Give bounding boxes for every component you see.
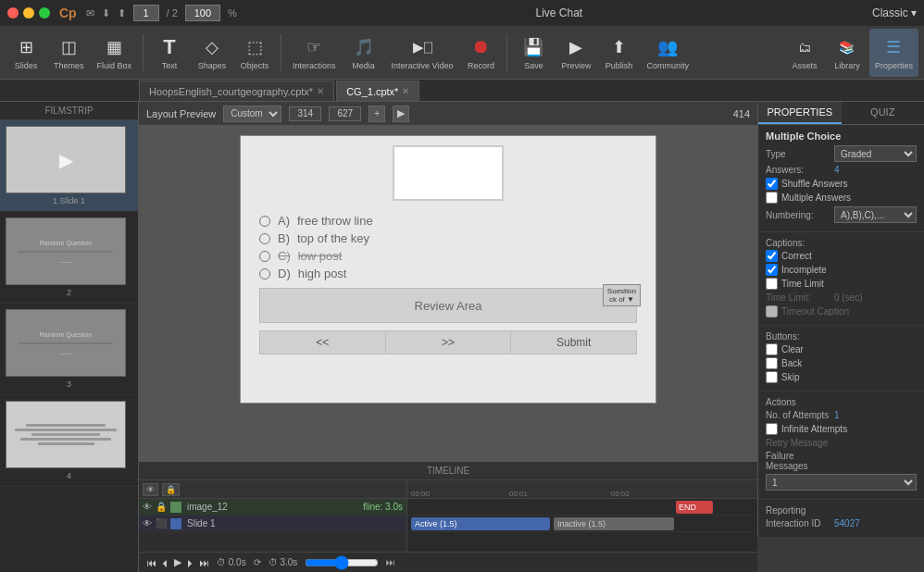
divider-2: [281, 34, 281, 71]
fluid-box-tool[interactable]: ▦ Fluid Box: [92, 29, 138, 77]
zoom-input[interactable]: [185, 5, 220, 21]
tl-step-back-btn[interactable]: ⏴: [160, 557, 170, 568]
media-tool[interactable]: 🎵 Media: [343, 29, 384, 77]
no-attempts-value[interactable]: 1: [834, 410, 840, 420]
submit-button[interactable]: Submit: [511, 331, 636, 354]
tl-img-eye[interactable]: 👁: [143, 502, 152, 512]
radio-a[interactable]: [259, 216, 270, 227]
back-btn-row[interactable]: Back: [766, 357, 917, 369]
mail-icon[interactable]: ✉: [86, 7, 94, 19]
multiple-answers-row[interactable]: Multiple Answers: [766, 192, 917, 204]
infinite-attempts-row[interactable]: Infinite Attempts: [766, 423, 917, 435]
answer-opt-b[interactable]: B) top of the key: [259, 231, 637, 245]
tl-next-btn[interactable]: ⏭: [199, 557, 209, 568]
back-checkbox[interactable]: [766, 357, 778, 369]
multiple-answers-checkbox[interactable]: [766, 192, 778, 204]
objects-tool[interactable]: ⬚ Objects: [234, 29, 275, 77]
back-nav-button[interactable]: <<: [260, 331, 386, 354]
assets-tool[interactable]: 🗂 Assets: [784, 29, 825, 77]
themes-icon: ◫: [56, 35, 81, 59]
interaction-id-value[interactable]: 54027: [834, 518, 860, 528]
mode-selector[interactable]: Classic ▾: [872, 6, 917, 19]
tl-scrubber[interactable]: [305, 557, 379, 568]
correct-row[interactable]: Correct: [766, 250, 917, 262]
timeout-caption-row[interactable]: Timeout Caption: [766, 305, 917, 317]
shapes-tool[interactable]: ◇ Shapes: [192, 29, 232, 77]
preview-tool[interactable]: ▶ Preview: [556, 29, 596, 77]
forward-nav-button[interactable]: >>: [386, 331, 512, 354]
tab-hoops-close[interactable]: ✕: [317, 86, 324, 96]
down-icon[interactable]: ⬇: [102, 7, 110, 19]
tl-slide-eye[interactable]: 👁: [143, 518, 152, 528]
skip-btn-row[interactable]: Skip: [766, 371, 917, 383]
tl-step-fwd-btn[interactable]: ⏵: [185, 557, 195, 568]
tl-prev-btn[interactable]: ⏮: [146, 557, 156, 568]
slide-thumb-4[interactable]: 4: [0, 395, 138, 487]
radio-d[interactable]: [259, 268, 270, 280]
width-input[interactable]: [289, 106, 321, 121]
answers-count[interactable]: 4: [834, 165, 840, 175]
play-icon[interactable]: ▶: [393, 106, 409, 122]
up-icon[interactable]: ⬆: [118, 7, 126, 19]
page-number-input[interactable]: [133, 5, 159, 21]
answer-opt-d[interactable]: D) high post: [259, 267, 637, 280]
inactive-bar[interactable]: Inactive (1.5): [554, 517, 674, 530]
text-tool[interactable]: T Text: [149, 29, 190, 77]
shuffle-answers-row[interactable]: Shuffle Answers: [766, 178, 917, 190]
incomplete-checkbox[interactable]: [766, 264, 778, 276]
slide-thumb-3[interactable]: Random Question ____ 3: [0, 304, 138, 395]
close-button[interactable]: [7, 7, 19, 19]
timeout-caption-checkbox[interactable]: [766, 305, 778, 317]
clear-checkbox[interactable]: [766, 343, 778, 355]
save-tool[interactable]: 💾 Save: [513, 29, 554, 77]
tab-quiz[interactable]: QUIZ: [842, 102, 925, 124]
themes-tool[interactable]: ◫ Themes: [48, 29, 90, 77]
active-bar[interactable]: Active (1.5): [411, 517, 550, 530]
tl-eye-icon[interactable]: 👁: [143, 483, 158, 496]
failure-messages-select[interactable]: 1: [766, 474, 917, 491]
slides-icon: ⊞: [14, 35, 38, 59]
slide-thumb-2[interactable]: Random Question ____ 2: [0, 212, 138, 304]
correct-label: Correct: [781, 251, 812, 261]
radio-c[interactable]: [259, 251, 270, 262]
library-tool[interactable]: 📚 Library: [827, 29, 868, 77]
tl-img-lock[interactable]: 🔒: [156, 502, 167, 512]
layout-select[interactable]: Custom: [223, 106, 281, 122]
numbering-select[interactable]: A),B),C),...: [834, 206, 917, 223]
canvas-scroll[interactable]: A) free throw line B) top of the key C) …: [139, 126, 757, 461]
time-limit-row[interactable]: Time Limit: [766, 278, 917, 290]
properties-tool[interactable]: ☰ Properties: [869, 29, 918, 77]
maximize-button[interactable]: [39, 7, 50, 19]
answer-opt-a[interactable]: A) free throw line: [259, 214, 637, 228]
tl-play-btn[interactable]: ▶: [174, 556, 181, 568]
infinite-attempts-checkbox[interactable]: [766, 423, 778, 435]
publish-tool[interactable]: ⬆ Publish: [598, 29, 639, 77]
type-select[interactable]: Graded: [834, 145, 917, 162]
add-icon[interactable]: +: [368, 106, 385, 122]
tab-hoops[interactable]: HoopsEnglish_courtgeography.cptx* ✕: [139, 81, 334, 101]
answer-opt-c[interactable]: C) low post: [259, 249, 637, 263]
incomplete-row[interactable]: Incomplete: [766, 264, 917, 276]
correct-checkbox[interactable]: [766, 250, 778, 262]
record-tool[interactable]: ⏺ Record: [460, 29, 501, 77]
community-tool[interactable]: 👥 Community: [641, 29, 694, 77]
minimize-button[interactable]: [23, 7, 34, 19]
skip-checkbox[interactable]: [766, 371, 778, 383]
slide-thumb-1[interactable]: 1 Slide 1: [0, 120, 138, 212]
tl-slide-lock[interactable]: ⬛: [156, 518, 167, 528]
interactive-video-tool[interactable]: ▶⎕ Interactive Video: [386, 29, 459, 77]
height-input[interactable]: [329, 106, 361, 121]
tl-end-icon[interactable]: ⏭: [386, 557, 395, 567]
tab-cg-close[interactable]: ✕: [402, 86, 409, 96]
shuffle-answers-checkbox[interactable]: [766, 178, 778, 190]
time-limit-checkbox[interactable]: [766, 278, 778, 290]
tab-properties[interactable]: PROPERTIES: [758, 102, 842, 124]
slides-tool[interactable]: ⊞ Slides: [6, 29, 46, 77]
radio-b[interactable]: [259, 233, 270, 244]
layout-preview-label: Layout Preview: [146, 108, 216, 119]
clear-btn-row[interactable]: Clear: [766, 343, 917, 355]
interactions-tool[interactable]: ☞ Interactions: [287, 29, 342, 77]
tab-cg[interactable]: CG_1.cptx* ✕: [336, 81, 419, 101]
tl-loop-icon[interactable]: ⟳: [254, 557, 261, 567]
tl-lock-icon[interactable]: 🔒: [162, 483, 180, 496]
